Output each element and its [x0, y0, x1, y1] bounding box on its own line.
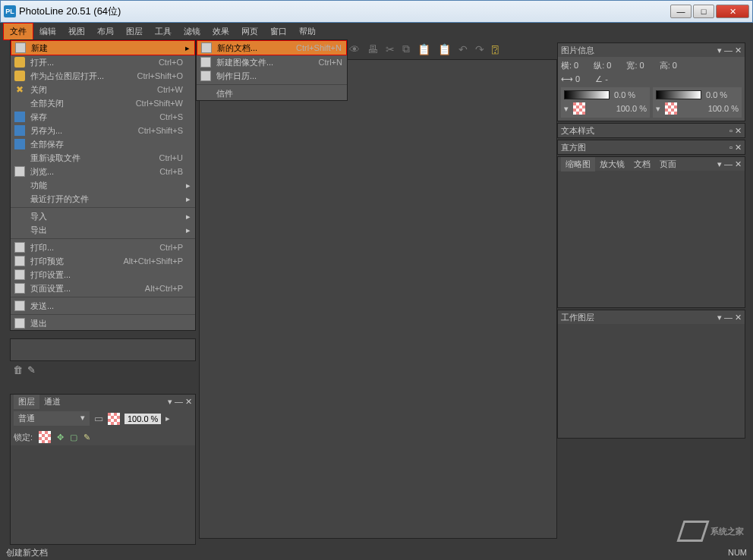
menu-tool[interactable]: 工具 — [149, 24, 178, 39]
watermark: 系统之家 — [680, 521, 744, 542]
tab-layers[interactable]: 图层 — [14, 395, 39, 409]
opacity-field[interactable]: 100.0 % — [124, 414, 161, 424]
menu-item[interactable]: 另存为...Ctrl+Shift+S — [11, 124, 195, 137]
bg-swatch-block[interactable]: 0.0 % ▾ 100.0 % — [653, 87, 742, 118]
layer-list[interactable] — [11, 445, 195, 544]
maximize-button[interactable]: □ — [693, 5, 714, 18]
menu-item[interactable]: 打开...Ctrl+O — [11, 55, 195, 69]
menu-web[interactable]: 网页 — [235, 24, 264, 39]
menu-view[interactable]: 视图 — [62, 24, 91, 39]
menu-item[interactable]: 导入▸ — [11, 209, 195, 223]
menu-item[interactable]: 打印预览Alt+Ctrl+Shift+P — [11, 254, 195, 268]
submenu-item[interactable]: 制作日历... — [197, 69, 347, 83]
menu-item[interactable]: 打印...Ctrl+P — [11, 241, 195, 254]
paste-icon[interactable]: 📋 — [417, 43, 430, 55]
menu-window[interactable]: 窗口 — [264, 24, 293, 39]
menu-help[interactable]: 帮助 — [293, 24, 322, 39]
panel-close-icon[interactable]: ✕ — [735, 159, 742, 169]
menu-item[interactable]: 最近打开的文件▸ — [11, 192, 195, 206]
stepper-icon[interactable]: ▸ — [165, 414, 170, 423]
panel-close-icon[interactable]: ✕ — [735, 126, 742, 136]
trash-icon[interactable]: 🗑 — [13, 364, 23, 376]
undo-icon[interactable]: ↶ — [458, 43, 468, 55]
menu-effect[interactable]: 效果 — [206, 24, 235, 39]
submenu-item[interactable]: 新建图像文件...Ctrl+N — [197, 55, 347, 69]
menu-item[interactable]: 功能▸ — [11, 178, 195, 192]
tab-channels[interactable]: 通道 — [39, 395, 65, 409]
panel-menu-icon[interactable]: ▾ — [717, 46, 722, 55]
file-menu-dropdown: 新建▸打开...Ctrl+O作为占位图层打开...Ctrl+Shift+O✖关闭… — [10, 39, 196, 331]
menu-item[interactable]: 新建▸ — [11, 40, 195, 55]
info-w: 宽: 0 — [626, 60, 644, 71]
menu-item[interactable]: 页面设置...Alt+Ctrl+P — [11, 282, 195, 295]
paste2-icon[interactable]: 📋 — [438, 43, 451, 55]
watermark-text: 系统之家 — [710, 526, 744, 537]
menu-item[interactable]: 重新读取文件Ctrl+U — [11, 151, 195, 165]
menu-item[interactable]: 全部保存 — [11, 137, 195, 151]
cut-icon[interactable]: ✂ — [386, 43, 395, 55]
panel-collapse-icon[interactable]: ▫ — [729, 143, 733, 152]
checker-icon — [573, 102, 585, 115]
eye-icon[interactable]: 👁 — [349, 43, 360, 55]
minimize-button[interactable]: — — [670, 5, 692, 18]
chevron-down-icon[interactable]: ▾ — [656, 104, 660, 114]
panel-collapse-icon[interactable]: ▫ — [729, 126, 733, 135]
panel-close-icon[interactable]: ✕ — [735, 143, 742, 153]
menu-layer[interactable]: 图层 — [120, 24, 149, 39]
ruler-icon: ⟷ 0 — [561, 74, 580, 84]
panel-menu-icon[interactable]: ▾ — [168, 397, 172, 407]
brush-icon[interactable]: ✎ — [83, 433, 90, 442]
panel-min-icon[interactable]: — — [724, 313, 733, 322]
blend-mode-dropdown[interactable]: 普通▾ — [14, 411, 90, 426]
chevron-down-icon[interactable]: ▾ — [564, 104, 569, 114]
submenu-item[interactable]: 新的文档...Ctrl+Shift+N — [197, 40, 347, 55]
menu-item[interactable]: 打印设置... — [11, 268, 195, 282]
tab-magnifier[interactable]: 放大镜 — [595, 157, 629, 171]
menu-item[interactable]: 退出 — [11, 316, 195, 330]
panel-close-icon[interactable]: ✕ — [735, 46, 742, 55]
menu-item[interactable]: 保存Ctrl+S — [11, 110, 195, 124]
thumbs-panel: 缩略图 放大镜 文档 页面 ▾ — ✕ — [557, 156, 745, 308]
panel-close-icon[interactable]: ✕ — [185, 397, 192, 407]
menu-item[interactable]: 发送... — [11, 299, 195, 313]
menu-item[interactable]: ✖关闭Ctrl+W — [11, 83, 195, 96]
menu-edit[interactable]: 编辑 — [33, 24, 62, 39]
brush-icon[interactable]: ✎ — [27, 364, 36, 376]
checker-icon — [108, 413, 120, 425]
move-icon[interactable]: ✥ — [57, 433, 64, 442]
tab-document[interactable]: 文档 — [629, 157, 655, 171]
fg-swatch-block[interactable]: 0.0 % ▾ 100.0 % — [561, 87, 650, 118]
bg-pct2: 100.0 % — [708, 104, 739, 113]
status-text: 创建新文档 — [6, 547, 48, 558]
menu-file[interactable]: 文件 — [3, 23, 33, 40]
panel-min-icon[interactable]: — — [175, 397, 183, 406]
crop-icon[interactable]: ▢ — [70, 433, 77, 442]
lock-transparency-icon[interactable] — [39, 431, 51, 443]
menu-item[interactable]: 作为占位图层打开...Ctrl+Shift+O — [11, 69, 195, 83]
submenu-item[interactable]: 信件 — [197, 87, 347, 100]
menu-layout[interactable]: 布局 — [91, 24, 120, 39]
menu-item[interactable]: 浏览...Ctrl+B — [11, 165, 195, 178]
watermark-logo-icon — [676, 521, 709, 542]
tab-thumbnail[interactable]: 缩略图 — [561, 157, 595, 171]
lock-label: 锁定: — [14, 432, 33, 443]
mask-icon[interactable]: ▭ — [94, 413, 103, 424]
print-icon[interactable]: 🖶 — [367, 43, 378, 55]
menu-filter[interactable]: 滤镜 — [178, 24, 206, 39]
close-button[interactable]: ✕ — [716, 5, 749, 18]
menu-item[interactable]: 全部关闭Ctrl+Shift+W — [11, 96, 195, 110]
panel-close-icon[interactable]: ✕ — [735, 313, 742, 322]
copy-icon[interactable]: ⧉ — [402, 42, 410, 55]
info-height: 高: 0 — [660, 60, 677, 71]
statusbar: 创建新文档 NUM — [0, 545, 753, 560]
tab-page[interactable]: 页面 — [655, 157, 681, 171]
panel-min-icon[interactable]: — — [724, 46, 733, 55]
redo-icon[interactable]: ↷ — [475, 43, 484, 55]
titlebar: PL PhotoLine 20.51 (64位) — □ ✕ — [0, 0, 753, 23]
panel-menu-icon[interactable]: ▾ — [717, 313, 722, 322]
bg-pct1: 0.0 % — [706, 90, 727, 99]
panel-min-icon[interactable]: — — [724, 159, 733, 168]
help-icon[interactable]: ⍰ — [492, 43, 498, 55]
menu-item[interactable]: 导出▸ — [11, 223, 195, 237]
panel-menu-icon[interactable]: ▾ — [717, 159, 722, 169]
